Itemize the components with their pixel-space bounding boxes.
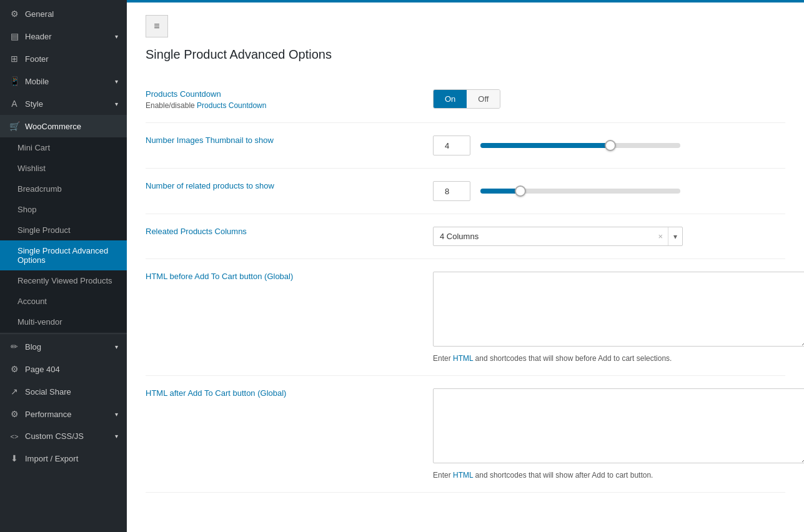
sidebar-item-label: Style xyxy=(25,99,43,109)
sidebar-item-recently-viewed[interactable]: Recently Viewed Products xyxy=(0,270,127,291)
page-icon-symbol: ≡ xyxy=(154,21,159,32)
sidebar-item-general[interactable]: ⚙ General xyxy=(0,2,127,25)
sidebar-item-label: Custom CSS/JS xyxy=(25,431,84,441)
sidebar-item-single-product[interactable]: Single Product xyxy=(0,220,127,240)
sidebar: ⚙ General ▤ Header ▾ ⊞ Footer 📱 Mobile ▾… xyxy=(0,0,127,532)
share-icon: ↗ xyxy=(9,387,20,397)
slider-control-thumbnail-count xyxy=(433,135,680,155)
code-icon: <> xyxy=(9,433,20,440)
textarea-control-html-after-cart: Enter HTML and shortcodes that will show… xyxy=(433,388,804,480)
chevron-down-icon: ▾ xyxy=(115,101,118,107)
gear-icon: ⚙ xyxy=(9,9,20,19)
setting-title-products-countdown: Products Countdown xyxy=(146,89,408,99)
sidebar-item-blog[interactable]: ✏ Blog ▾ xyxy=(0,335,127,358)
sidebar-item-style[interactable]: A Style ▾ xyxy=(0,92,127,115)
sidebar-item-mini-cart[interactable]: Mini Cart xyxy=(0,137,127,158)
sidebar-item-custom-css-js[interactable]: <> Custom CSS/JS ▾ xyxy=(0,425,127,447)
chevron-down-icon: ▾ xyxy=(115,33,118,40)
related-products-count-input[interactable] xyxy=(433,181,470,201)
thumbnail-slider-fill xyxy=(480,143,610,148)
style-icon: A xyxy=(9,99,20,109)
sidebar-item-multi-vendor[interactable]: Multi-vendor xyxy=(0,312,127,332)
sidebar-item-label: Page 404 xyxy=(25,365,60,374)
html-keyword: HTML xyxy=(453,354,473,363)
related-slider-thumb[interactable] xyxy=(515,185,526,197)
sidebar-sub-item-label: Single Product Advanced Options xyxy=(17,246,118,265)
sidebar-sub-item-label: Shop xyxy=(17,205,36,214)
sidebar-item-page404[interactable]: ⚙ Page 404 xyxy=(0,358,127,380)
sidebar-item-footer[interactable]: ⊞ Footer xyxy=(0,47,127,70)
setting-label-html-before-cart: HTML before Add To Cart button (Global) xyxy=(146,272,408,283)
sidebar-sub-item-label: Multi-vendor xyxy=(17,317,62,327)
related-slider-container xyxy=(480,189,680,194)
chevron-down-icon: ▾ xyxy=(115,433,118,440)
html-before-cart-hint: Enter HTML and shortcodes that will show… xyxy=(433,354,804,363)
select-arrow-button[interactable]: ▾ xyxy=(668,228,682,245)
woocommerce-icon: 🛒 xyxy=(9,121,20,131)
import-export-icon: ⬇ xyxy=(9,453,20,463)
setting-html-before-cart: HTML before Add To Cart button (Global) … xyxy=(146,259,785,376)
sidebar-item-label: Mobile xyxy=(25,77,49,86)
select-control-related-columns: 4 Columns × ▾ xyxy=(433,227,683,246)
footer-icon: ⊞ xyxy=(9,54,20,64)
header-icon: ▤ xyxy=(9,31,20,41)
setting-desc-products-countdown: Enable/disable Products Countdown xyxy=(146,101,408,110)
sidebar-sub-item-label: Wishlist xyxy=(17,164,46,173)
setting-title-html-before-cart: HTML before Add To Cart button (Global) xyxy=(146,272,408,281)
related-columns-select-wrapper: 4 Columns × ▾ xyxy=(433,227,683,246)
sidebar-item-label: Footer xyxy=(25,54,49,64)
products-countdown-link[interactable]: Products Countdown xyxy=(197,101,266,110)
sidebar-item-woocommerce[interactable]: 🛒 WooCommerce xyxy=(0,115,127,137)
sidebar-item-account[interactable]: Account xyxy=(0,291,127,312)
sidebar-item-label: Performance xyxy=(25,410,71,419)
sidebar-item-label: WooCommerce xyxy=(25,122,81,131)
setting-label-products-countdown: Products Countdown Enable/disable Produc… xyxy=(146,89,408,110)
setting-related-columns: Releated Products Columns 4 Columns × ▾ xyxy=(146,214,785,259)
setting-related-products-count: Number of related products to show xyxy=(146,169,785,214)
sidebar-sub-item-label: Recently Viewed Products xyxy=(17,276,112,285)
thumbnail-slider-track[interactable] xyxy=(480,143,680,148)
html-keyword-2: HTML xyxy=(453,471,473,480)
sidebar-item-single-product-advanced[interactable]: Single Product Advanced Options xyxy=(0,240,127,270)
sidebar-item-label: Social Share xyxy=(25,387,71,397)
mobile-icon: 📱 xyxy=(9,76,20,86)
sidebar-item-header[interactable]: ▤ Header ▾ xyxy=(0,25,127,47)
thumbnail-count-input[interactable] xyxy=(433,135,470,155)
sidebar-item-shop[interactable]: Shop xyxy=(0,199,127,220)
main-content: ≡ Single Product Advanced Options Produc… xyxy=(127,0,804,532)
html-before-cart-textarea[interactable] xyxy=(433,272,804,347)
sidebar-item-mobile[interactable]: 📱 Mobile ▾ xyxy=(0,70,127,92)
setting-title-related-columns: Releated Products Columns xyxy=(146,227,408,236)
sidebar-item-social-share[interactable]: ↗ Social Share xyxy=(0,380,127,403)
sidebar-item-label: Header xyxy=(25,32,52,41)
select-clear-button[interactable]: × xyxy=(653,227,668,245)
blog-icon: ✏ xyxy=(9,342,20,352)
setting-label-thumbnail-count: Number Images Thumbnail to show xyxy=(146,135,408,147)
html-after-cart-hint: Enter HTML and shortcodes that will show… xyxy=(433,471,804,480)
sidebar-item-breadcrumb[interactable]: Breadcrumb xyxy=(0,179,127,199)
sidebar-item-performance[interactable]: ⚙ Performance ▾ xyxy=(0,403,127,425)
toggle-off-button[interactable]: Off xyxy=(467,90,500,108)
performance-icon: ⚙ xyxy=(9,409,20,419)
sidebar-item-import-export[interactable]: ⬇ Import / Export xyxy=(0,447,127,470)
related-slider-track[interactable] xyxy=(480,189,680,194)
sidebar-item-label: Import / Export xyxy=(25,454,78,463)
toggle-on-button[interactable]: On xyxy=(434,90,467,108)
setting-title-html-after-cart: HTML after Add To Cart button (Global) xyxy=(146,388,408,398)
setting-label-html-after-cart: HTML after Add To Cart button (Global) xyxy=(146,388,408,400)
toggle-control-products-countdown: On Off xyxy=(433,89,500,109)
setting-label-related-products-count: Number of related products to show xyxy=(146,181,408,193)
setting-label-related-columns: Releated Products Columns xyxy=(146,227,408,239)
sidebar-sub-item-label: Mini Cart xyxy=(17,143,50,152)
sidebar-item-wishlist[interactable]: Wishlist xyxy=(0,158,127,179)
setting-title-related-products-count: Number of related products to show xyxy=(146,181,408,190)
toggle-group-products-countdown: On Off xyxy=(433,89,500,109)
chevron-down-icon: ▾ xyxy=(115,411,118,418)
html-after-cart-textarea[interactable] xyxy=(433,388,804,463)
setting-thumbnail-count: Number Images Thumbnail to show xyxy=(146,123,785,169)
thumbnail-slider-container xyxy=(480,143,680,148)
setting-products-countdown: Products Countdown Enable/disable Produc… xyxy=(146,77,785,123)
sidebar-item-label: Blog xyxy=(25,342,41,352)
sidebar-item-label: General xyxy=(25,9,54,19)
thumbnail-slider-thumb[interactable] xyxy=(605,140,616,151)
